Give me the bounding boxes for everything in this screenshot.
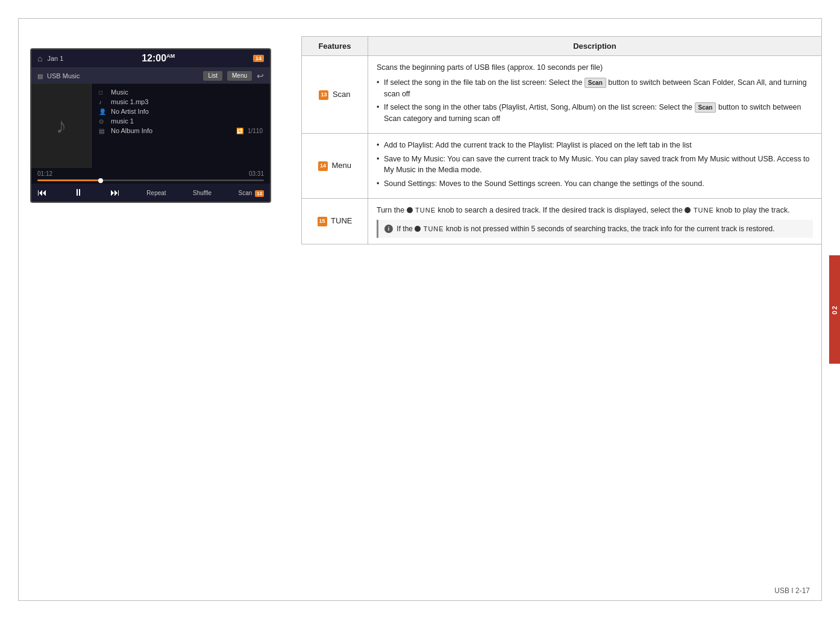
list-item: If select the song in the other tabs (Pl… xyxy=(377,102,813,125)
feature-desc-scan: Scans the beginning parts of USB files (… xyxy=(368,56,822,134)
feature-cell-menu: 14 Menu xyxy=(302,133,368,198)
track-artist-row: 👤 No Artist Info xyxy=(99,108,263,115)
screen-header-left: ⌂ Jan 1 xyxy=(37,54,63,63)
skip-forward-button[interactable]: ⏭ xyxy=(110,187,120,198)
feature-name-scan: Scan xyxy=(333,90,351,99)
playback-controls: ⏮ ⏸ ⏭ Repeat Shuffle Scan 13 xyxy=(31,184,270,202)
album-art: ♪ xyxy=(31,84,92,168)
list-item: Save to My Music: You can save the curre… xyxy=(377,154,813,176)
repeat-label[interactable]: Repeat xyxy=(146,190,166,196)
progress-bar[interactable] xyxy=(37,179,264,181)
feature-name-menu: Menu xyxy=(331,161,351,170)
time-total: 03:31 xyxy=(249,170,264,177)
time-current: 01:12 xyxy=(37,170,52,177)
scan-desc-intro: Scans the beginning parts of USB files (… xyxy=(377,62,813,73)
list-button[interactable]: List xyxy=(203,71,222,81)
list-item: If select the song in the file tab on th… xyxy=(377,77,813,100)
table-row: 15 TUNE Turn the TUNE knob to search a d… xyxy=(302,198,822,244)
folder-icon: □ xyxy=(99,89,107,96)
feature-cell-tune: 15 TUNE xyxy=(302,198,368,244)
track-icon: ⊙ xyxy=(99,118,107,125)
content-area: ⌂ Jan 1 12:00AM 14 ▤ USB Music List Menu… xyxy=(30,30,822,583)
track-counter: 🔁 1/110 xyxy=(236,128,263,134)
skip-back-button[interactable]: ⏮ xyxy=(37,187,47,198)
file-icon: ♪ xyxy=(99,99,107,105)
track-info: □ Music ♪ music 1.mp3 👤 No Artist Info ⊙… xyxy=(92,84,270,168)
border-bottom xyxy=(18,600,822,601)
artist-icon: 👤 xyxy=(99,108,107,115)
table-row: 14 Menu Add to Playlist: Add the current… xyxy=(302,133,822,198)
screen-header: ⌂ Jan 1 12:00AM 14 xyxy=(31,49,270,68)
list-item: Sound Settings: Moves to the Sound Setti… xyxy=(377,178,813,190)
screen-subheader: ▤ USB Music List Menu ↩ xyxy=(31,68,270,84)
shuffle-label[interactable]: Shuffle xyxy=(193,190,212,196)
track-name-row: ⊙ music 1 xyxy=(99,117,263,125)
info-icon: i xyxy=(384,225,393,233)
chapter-tab: 02 xyxy=(829,255,840,364)
scan-badge: 13 xyxy=(255,190,264,197)
feature-cell-scan: 13 Scan xyxy=(302,56,368,134)
progress-section: 01:12 03:31 xyxy=(31,168,270,184)
menu-button[interactable]: Menu xyxy=(227,71,252,81)
progress-fill xyxy=(37,179,101,181)
tune-text: TUNE xyxy=(415,205,436,216)
scan-button-inline: Scan xyxy=(585,78,606,88)
page-footer: USB I 2-17 xyxy=(774,586,810,595)
usb-label: ▤ USB Music xyxy=(37,72,80,79)
track-folder-row: □ Music xyxy=(99,89,263,96)
table-row: 13 Scan Scans the beginning parts of USB… xyxy=(302,56,822,134)
tune-desc-intro: Turn the TUNE knob to search a desired t… xyxy=(377,205,813,216)
tune-knob-icon-3 xyxy=(415,226,421,232)
list-item: Add to Playlist: Add the current track t… xyxy=(377,140,813,151)
scan-label: Scan 13 xyxy=(238,190,263,196)
home-icon: ⌂ xyxy=(37,54,42,63)
play-pause-button[interactable]: ⏸ xyxy=(74,187,83,198)
chapter-tab-label: 02 xyxy=(831,305,838,314)
features-table: Features Description 13 Scan Scans the b… xyxy=(301,36,822,244)
border-top xyxy=(18,18,822,19)
border-left xyxy=(18,18,19,601)
music-note-icon: ♪ xyxy=(56,113,67,138)
time-row: 01:12 03:31 xyxy=(37,170,264,177)
feature-num-15: 15 xyxy=(318,217,327,226)
col-features: Features xyxy=(302,37,368,56)
scan-button-inline-2: Scan xyxy=(695,102,716,113)
badge-14: 14 xyxy=(253,55,264,62)
track-file-row: ♪ music 1.mp3 xyxy=(99,98,263,105)
left-panel: ⌂ Jan 1 12:00AM 14 ▤ USB Music List Menu… xyxy=(30,30,283,583)
feature-desc-menu: Add to Playlist: Add the current track t… xyxy=(368,133,822,198)
right-panel: Features Description 13 Scan Scans the b… xyxy=(301,30,822,583)
feature-name-tune: TUNE xyxy=(331,216,352,225)
screen-body: ♪ □ Music ♪ music 1.mp3 👤 No Artist Info xyxy=(31,84,270,168)
track-album-row: ▤ No Album Info 🔁 1/110 xyxy=(99,127,263,134)
tune-knob-icon-2 xyxy=(685,207,691,213)
device-screen: ⌂ Jan 1 12:00AM 14 ▤ USB Music List Menu… xyxy=(30,48,271,203)
tune-info-box: i If the TUNE knob is not pressed within… xyxy=(377,220,813,238)
feature-num-13: 13 xyxy=(319,90,328,100)
screen-controls: List Menu ↩ xyxy=(203,71,264,81)
tune-knob-icon xyxy=(407,207,413,213)
album-icon: ▤ xyxy=(99,128,107,134)
col-description: Description xyxy=(368,37,822,56)
feature-desc-tune: Turn the TUNE knob to search a desired t… xyxy=(368,198,822,244)
scan-bullet-list: If select the song in the file tab on th… xyxy=(377,77,813,125)
back-icon[interactable]: ↩ xyxy=(257,71,264,81)
tune-text-3: TUNE xyxy=(424,224,444,234)
screen-time: 12:00AM xyxy=(63,53,253,64)
progress-dot xyxy=(98,178,103,183)
screen-date: Jan 1 xyxy=(47,55,63,62)
tune-text-2: TUNE xyxy=(694,205,714,216)
menu-bullet-list: Add to Playlist: Add the current track t… xyxy=(377,140,813,190)
feature-num-14: 14 xyxy=(318,161,328,171)
